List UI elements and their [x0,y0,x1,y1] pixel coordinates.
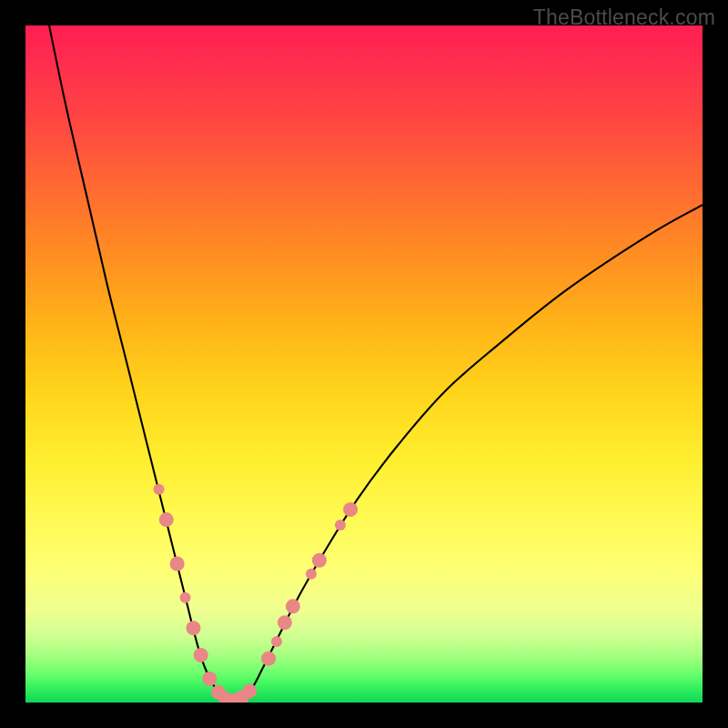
data-marker [312,553,327,568]
data-marker [261,652,276,666]
plot-area [25,25,703,703]
marker-group [154,484,359,703]
data-marker [180,592,191,603]
data-marker [335,520,346,531]
bottleneck-curve [49,25,703,702]
data-marker [343,502,358,517]
data-marker [170,556,185,571]
curve-layer [25,25,703,703]
chart-frame: TheBottleneck.com [0,0,728,728]
data-marker [187,621,201,635]
data-marker [159,512,174,527]
data-marker [286,599,300,613]
data-marker [154,484,165,495]
data-marker [278,615,292,630]
data-marker [271,636,282,647]
data-marker [306,569,317,580]
data-marker [194,648,208,662]
data-marker [242,683,257,698]
data-marker [202,672,217,686]
